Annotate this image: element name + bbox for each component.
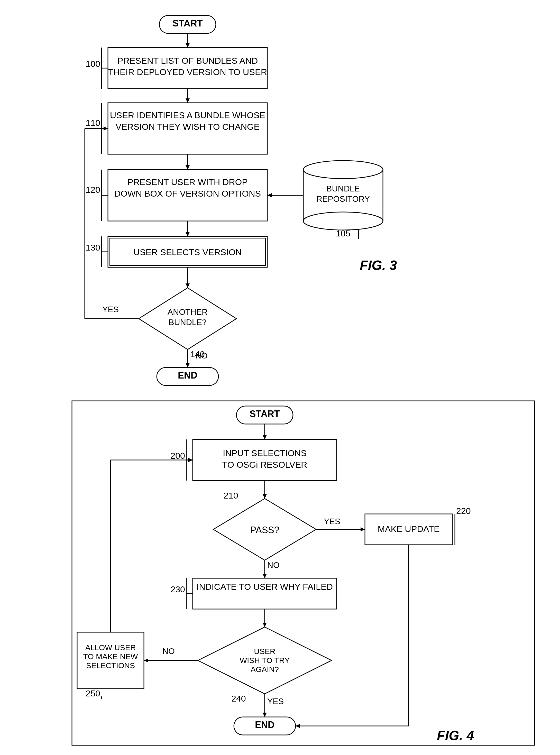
fig4-yes-label: YES: [324, 517, 340, 526]
fig4-n230-line1: INDICATE TO USER WHY FAILED: [197, 582, 333, 592]
fig4-yes-label2: YES: [267, 697, 284, 706]
fig3-label105: 105: [336, 228, 351, 238]
fig3-no-label: NO: [195, 351, 208, 360]
fig3-title: FIG. 3: [360, 258, 397, 273]
svg-marker-12: [185, 165, 190, 170]
fig3-n140-line2: BUNDLE?: [168, 318, 207, 327]
svg-marker-40: [263, 435, 267, 440]
fig3-end-label: END: [178, 370, 197, 381]
fig4-n240-line3: AGAIN?: [251, 665, 279, 674]
fig4-n250-line1: ALLOW USER: [85, 643, 136, 652]
fig4-n250-line2: TO MAKE NEW: [83, 652, 138, 661]
svg-marker-23: [185, 232, 190, 237]
fig4-n200-line2: TO OSGi RESOLVER: [222, 460, 307, 469]
fig3-yes-label: YES: [102, 305, 119, 314]
fig3-n120-line1: PRESENT USER WITH DROP: [127, 177, 248, 187]
svg-marker-34: [104, 126, 108, 130]
fig4-start-label: START: [249, 409, 280, 419]
fig3-bundle-repo-line2: REPOSITORY: [316, 194, 370, 204]
fig3-n140-line1: ANOTHER: [167, 307, 208, 317]
fig4-end-label: END: [255, 719, 275, 730]
fig4-title: FIG. 4: [437, 728, 474, 743]
svg-point-17: [303, 161, 383, 179]
svg-marker-2: [185, 43, 190, 47]
fig4-label200: 200: [171, 451, 185, 461]
fig4-label230: 230: [171, 584, 185, 594]
fig3-n130: USER SELECTS VERSION: [133, 247, 242, 257]
fig4-label220: 220: [456, 506, 471, 516]
fig3-n120-line2: DOWN BOX OF VERSION OPTIONS: [114, 189, 261, 198]
fig4-label210: 210: [224, 491, 238, 500]
diagram-container: START PRESENT LIST OF BUNDLES AND THEIR …: [0, 0, 560, 755]
fig4-n240-line2: WISH TO TRY: [240, 656, 290, 665]
svg-marker-45: [263, 494, 267, 498]
svg-marker-58: [263, 623, 267, 627]
fig4-no-label2: NO: [162, 647, 175, 656]
svg-marker-7: [185, 98, 190, 103]
svg-point-18: [303, 212, 383, 230]
fig4-label240: 240: [231, 694, 246, 703]
fig4-n250-line3: SELECTIONS: [86, 661, 135, 670]
fig4-n210: PASS?: [250, 525, 279, 535]
fig3-n100-line2: THEIR DEPLOYED VERSION TO USER: [108, 67, 267, 77]
fig3-start-label: START: [173, 18, 202, 28]
svg-marker-21: [267, 193, 272, 197]
fig4-n200-line1: INPUT SELECTIONS: [223, 448, 306, 458]
fig4-label250: 250: [85, 689, 100, 698]
svg-marker-48: [361, 527, 365, 531]
svg-marker-66: [188, 458, 193, 462]
svg-marker-61: [144, 658, 148, 662]
fig4-no-label1: NO: [267, 560, 280, 570]
svg-marker-36: [185, 363, 190, 367]
svg-marker-72: [296, 724, 300, 728]
svg-marker-53: [263, 574, 267, 578]
fig3-label110: 110: [85, 118, 100, 128]
svg-marker-68: [263, 713, 267, 717]
fig4-n220: MAKE UPDATE: [378, 524, 439, 534]
fig3-n100-line1: PRESENT LIST OF BUNDLES AND: [117, 56, 258, 65]
fig3-label120: 120: [85, 185, 100, 195]
fig3-label100: 100: [85, 59, 100, 68]
fig3-n110-line2: VERSION THEY WISH TO CHANGE: [116, 122, 260, 131]
fig3-n110-line1: USER IDENTIFIES A BUNDLE WHOSE: [110, 110, 265, 120]
svg-marker-29: [185, 283, 190, 288]
fig4-n240-line1: USER: [254, 647, 275, 656]
fig3-bundle-repo-line1: BUNDLE: [326, 184, 360, 193]
fig3-label130: 130: [85, 243, 100, 252]
